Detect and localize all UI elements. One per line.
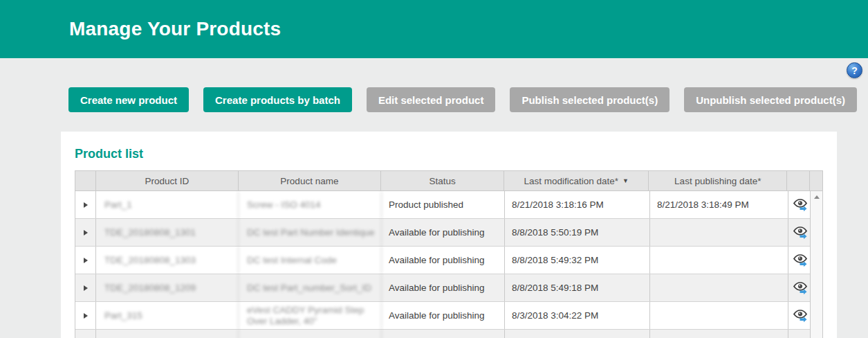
last-modification-date-cell: 8/3/2018 3:04:22 PM [505,302,650,329]
last-publishing-date-cell [650,219,788,246]
table-row[interactable]: Part_1 Screw - ISO 4014 Product publishe… [75,191,811,219]
product-id-cell: Part_315 [96,302,239,329]
row-expand-cell [75,219,96,246]
create-products-by-batch-button[interactable]: Create products by batch [203,87,352,112]
last-modification-date-cell: 8/8/2018 5:49:18 PM [505,274,650,301]
table-scrollbar[interactable] [810,191,822,338]
expand-row-icon[interactable] [84,258,88,263]
header-last-modification-date[interactable]: Last modification date* ▼ [504,171,649,190]
last-modification-date-cell: 8/21/2018 3:18:16 PM [505,191,650,218]
header-scrollbar-spacer [810,171,822,190]
status-cell: Product published [382,191,505,218]
table-header-row: Product ID Product name Status Last modi… [75,171,822,191]
product-name-cell [239,330,382,338]
last-publishing-date-cell [650,274,788,301]
help-icon-glyph: ? [851,65,858,76]
sort-descending-icon: ▼ [622,177,629,184]
last-modification-date-cell: 8/8/2018 5:49:32 PM [505,247,650,274]
row-expand-cell [75,330,96,338]
preview-eye-icon[interactable] [793,254,808,267]
product-id-cell: Part_1 [96,191,239,218]
header-view-column [787,171,810,190]
row-expand-cell [75,191,96,218]
page-title: Manage Your Products [69,18,281,40]
product-name-cell: DC test Part_number_Sort_ID [239,274,382,301]
row-view-cell [788,274,811,301]
preview-eye-icon[interactable] [793,198,808,211]
row-view-cell [788,191,811,218]
header-expand-column [75,171,96,190]
last-publishing-date-cell: 8/21/2018 3:18:49 PM [650,191,788,218]
table-row[interactable]: TDE_20180808_1303 DC test Internal Code … [75,247,811,274]
row-view-cell [788,302,811,329]
table-row[interactable]: TDE_20180808_1209 DC test Part_number_So… [75,274,811,302]
table-body-rows: Part_1 Screw - ISO 4014 Product publishe… [75,191,822,338]
row-view-cell [788,247,811,274]
product-id-cell: TDE_20180808_1301 [96,219,239,246]
last-publishing-date-cell [650,247,788,274]
product-name-cell: eVest CADDY Pyramid Step Over Ladder, 40… [239,302,382,329]
expand-row-icon[interactable] [84,313,88,319]
preview-eye-icon[interactable] [793,309,808,322]
header-product-id[interactable]: Product ID [96,171,239,190]
help-icon[interactable]: ? [847,62,862,78]
product-name-cell: DC test Internal Code [239,247,382,274]
product-id-cell: TDE_20180808_1209 [96,274,239,301]
status-cell: Available for publishing [382,219,505,246]
status-cell: Available for publishing [382,274,505,301]
publish-selected-button[interactable]: Publish selected product(s) [510,87,670,112]
header-last-modification-date-label: Last modification date* [524,176,618,186]
product-list-panel: Product list Product ID Product name Sta… [61,132,837,338]
status-cell: Available for publishing [382,247,505,274]
expand-row-icon[interactable] [84,202,88,208]
header-last-publishing-date[interactable]: Last publishing date* [649,171,787,190]
panel-title: Product list [75,147,837,161]
scroll-up-icon [814,195,820,199]
expand-row-icon[interactable] [84,285,88,291]
status-cell [382,330,505,338]
header-status[interactable]: Status [381,171,504,190]
expand-row-icon[interactable] [84,230,88,235]
table-row[interactable]: Part_315 eVest CADDY Pyramid Step Over L… [75,302,811,330]
last-modification-date-cell: 8/8/2018 5:50:19 PM [505,219,650,246]
unpublish-selected-button[interactable]: Unpublish selected product(s) [684,87,857,112]
status-cell: Available for publishing [382,302,505,329]
row-expand-cell [75,247,96,274]
table-row[interactable] [75,330,811,338]
last-publishing-date-cell [650,302,788,329]
toolbar: Create new product Create products by ba… [68,87,857,112]
edit-selected-product-button[interactable]: Edit selected product [367,87,496,112]
row-expand-cell [75,302,96,329]
last-modification-date-cell [505,330,650,338]
header-product-name[interactable]: Product name [239,171,382,190]
table-row[interactable]: TDE_20180808_1301 DC test Part Number Id… [75,219,811,247]
app-header: Manage Your Products [0,0,868,58]
row-view-cell [788,330,811,338]
product-name-cell: DC test Part Number Identique [239,219,382,246]
product-name-cell: Screw - ISO 4014 [239,191,382,218]
create-new-product-button[interactable]: Create new product [68,87,189,112]
product-table: Product ID Product name Status Last modi… [75,170,823,338]
last-publishing-date-cell [650,330,788,338]
product-id-cell [96,330,239,338]
row-view-cell [788,219,811,246]
preview-eye-icon[interactable] [793,226,808,239]
product-id-cell: TDE_20180808_1303 [96,247,239,274]
scroll-up-button[interactable] [811,191,822,203]
preview-eye-icon[interactable] [793,281,808,294]
row-expand-cell [75,274,96,301]
table-body: Part_1 Screw - ISO 4014 Product publishe… [75,191,822,338]
